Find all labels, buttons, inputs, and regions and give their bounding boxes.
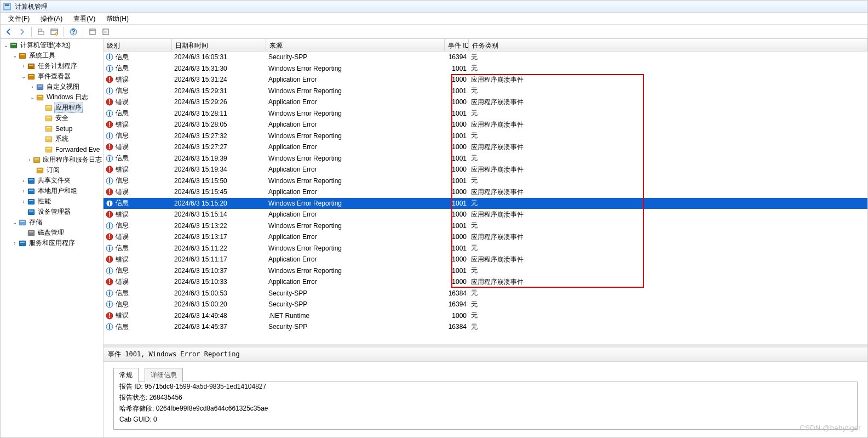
show-hide-button[interactable]: [48, 26, 60, 38]
svg-rect-30: [47, 127, 51, 128]
logf-icon: [44, 104, 53, 112]
tree-pane[interactable]: ⌄计算机管理(本地)⌄系统工具›任务计划程序⌄事件查看器›自定义视图⌄Windo…: [1, 39, 104, 437]
tree-item-4[interactable]: ›自定义视图: [1, 82, 103, 92]
cell-level: 信息: [116, 64, 129, 73]
tree-item-2[interactable]: ›任务计划程序: [1, 61, 103, 71]
col-source[interactable]: 来源: [266, 39, 445, 51]
event-row[interactable]: !错误2024/6/3 15:10:33Application Error100…: [104, 276, 867, 288]
tree-expander-icon[interactable]: ›: [20, 198, 27, 204]
action-1-button[interactable]: [87, 26, 99, 38]
col-event-id[interactable]: 事件 ID: [445, 39, 469, 51]
tree-item-3[interactable]: ⌄事件查看器: [1, 71, 103, 82]
tree-item-13[interactable]: ›共享文件夹: [1, 175, 103, 186]
tree-item-11[interactable]: ›应用程序和服务日志: [1, 155, 103, 165]
menu-2[interactable]: 查看(V): [69, 13, 100, 24]
event-row[interactable]: i信息2024/6/3 14:45:37Security-SPP16384无: [104, 321, 867, 333]
menu-1[interactable]: 操作(A): [36, 13, 67, 24]
svg-rect-12: [104, 31, 107, 33]
event-row[interactable]: !错误2024/6/3 15:11:17Application Error100…: [104, 254, 867, 265]
action-2-button[interactable]: [100, 26, 112, 38]
tree-expander-icon[interactable]: ›: [20, 63, 27, 69]
tree-item-14[interactable]: ›本地用户和组: [1, 186, 103, 196]
event-row[interactable]: !错误2024/6/3 14:49:48.NET Runtime1000无: [104, 310, 867, 322]
toolbar-sep: [64, 27, 64, 37]
event-row[interactable]: i信息2024/6/3 15:15:50Windows Error Report…: [104, 175, 867, 187]
menu-3[interactable]: 帮助(H): [102, 13, 133, 24]
cell-datetime: 2024/6/3 15:28:05: [172, 121, 266, 128]
event-row[interactable]: i信息2024/6/3 15:15:20Windows Error Report…: [104, 198, 867, 209]
back-button[interactable]: [3, 26, 15, 38]
tree-expander-icon[interactable]: ›: [27, 157, 33, 163]
cell-level: 信息: [116, 300, 129, 309]
event-row[interactable]: i信息2024/6/3 15:28:11Windows Error Report…: [104, 108, 867, 120]
col-level[interactable]: 级别: [104, 39, 172, 51]
event-row[interactable]: i信息2024/6/3 15:00:53Security-SPP16384无: [104, 288, 867, 299]
event-row[interactable]: i信息2024/6/3 15:31:30Windows Error Report…: [104, 63, 867, 75]
event-row[interactable]: !错误2024/6/3 15:27:27Application Error100…: [104, 141, 867, 153]
tree-item-5[interactable]: ⌄Windows 日志: [1, 92, 103, 103]
svg-rect-25: [45, 105, 52, 111]
error-icon: !: [106, 233, 113, 241]
tab-details[interactable]: 详细信息: [145, 368, 183, 382]
svc-icon: [18, 239, 27, 248]
event-row[interactable]: i信息2024/6/3 15:11:22Windows Error Report…: [104, 243, 867, 254]
tree-expander-icon[interactable]: ⌄: [3, 42, 9, 48]
svg-text:!: !: [108, 278, 111, 286]
event-row[interactable]: !错误2024/6/3 15:15:45Application Error100…: [104, 186, 867, 198]
tree-item-12[interactable]: 订阅: [1, 165, 103, 175]
cell-event-id: 1000: [445, 255, 469, 263]
up-button[interactable]: [35, 26, 47, 38]
tree-item-16[interactable]: 设备管理器: [1, 207, 103, 217]
tab-general[interactable]: 常规: [113, 368, 139, 382]
tree-item-1[interactable]: ⌄系统工具: [1, 50, 103, 61]
cell-event-id: 1001: [445, 177, 469, 185]
svg-rect-45: [28, 209, 35, 215]
col-task-cat[interactable]: 任务类别: [469, 39, 867, 51]
event-row[interactable]: i信息2024/6/3 15:10:37Windows Error Report…: [104, 265, 867, 277]
event-row[interactable]: i信息2024/6/3 15:00:20Security-SPP16394无: [104, 299, 867, 310]
help-button[interactable]: ?: [67, 26, 79, 38]
col-datetime[interactable]: 日期和时间: [172, 39, 266, 51]
event-row[interactable]: !错误2024/6/3 15:31:24Application Error100…: [104, 74, 867, 86]
svg-rect-3: [38, 29, 42, 31]
tree-expander-icon[interactable]: ⌄: [20, 73, 27, 79]
event-row[interactable]: i信息2024/6/3 15:19:39Windows Error Report…: [104, 153, 867, 164]
tree-expander-icon[interactable]: ›: [29, 84, 36, 90]
tree-item-0[interactable]: ⌄计算机管理(本地): [1, 40, 103, 50]
tree-item-6[interactable]: 应用程序: [1, 103, 103, 113]
tree-item-7[interactable]: 安全: [1, 113, 103, 123]
column-headers[interactable]: 级别 日期和时间 来源 事件 ID 任务类别: [104, 39, 867, 52]
forward-button[interactable]: [16, 26, 28, 38]
cell-event-id: 1000: [445, 278, 469, 286]
event-row[interactable]: i信息2024/6/3 15:27:32Windows Error Report…: [104, 130, 867, 142]
cell-level: 错误: [116, 143, 129, 152]
tree-item-8[interactable]: Setup: [1, 123, 103, 134]
tree-expander-icon[interactable]: ⌄: [12, 53, 18, 59]
event-row[interactable]: i信息2024/6/3 16:05:31Security-SPP16394无: [104, 52, 867, 63]
tree-item-15[interactable]: ›性能: [1, 196, 103, 207]
cell-task-cat: 应用程序崩溃事件: [469, 210, 867, 219]
event-row[interactable]: i信息2024/6/3 15:13:22Windows Error Report…: [104, 220, 867, 232]
tree-expander-icon[interactable]: ⌄: [12, 219, 18, 225]
tree-item-17[interactable]: ⌄存储: [1, 217, 103, 227]
sched-icon: [27, 62, 36, 71]
cell-task-cat: 无: [469, 53, 867, 62]
event-row[interactable]: !错误2024/6/3 15:15:14Application Error100…: [104, 209, 867, 220]
event-row[interactable]: !错误2024/6/3 15:28:05Application Error100…: [104, 119, 867, 130]
event-row[interactable]: !错误2024/6/3 15:13:17Application Error100…: [104, 231, 867, 243]
cell-task-cat: 应用程序崩溃事件: [469, 277, 867, 287]
tree-expander-icon[interactable]: ›: [20, 178, 27, 184]
event-row[interactable]: i信息2024/6/3 15:29:31Windows Error Report…: [104, 86, 867, 97]
tree-item-10[interactable]: Forwarded Eve: [1, 144, 103, 155]
tree-expander-icon[interactable]: ›: [12, 240, 18, 246]
event-list[interactable]: i信息2024/6/3 16:05:31Security-SPP16394无i信…: [104, 52, 867, 344]
svg-text:!: !: [108, 233, 111, 241]
tree-item-19[interactable]: ›服务和应用程序: [1, 238, 103, 248]
menu-0[interactable]: 文件(F): [4, 13, 34, 24]
event-row[interactable]: !错误2024/6/3 15:29:26Application Error100…: [104, 96, 867, 108]
tree-item-9[interactable]: 系统: [1, 134, 103, 144]
tree-item-18[interactable]: 磁盘管理: [1, 227, 103, 238]
tree-expander-icon[interactable]: ⌄: [29, 94, 36, 100]
event-row[interactable]: !错误2024/6/3 15:19:34Application Error100…: [104, 164, 867, 175]
tree-expander-icon[interactable]: ›: [20, 188, 27, 194]
